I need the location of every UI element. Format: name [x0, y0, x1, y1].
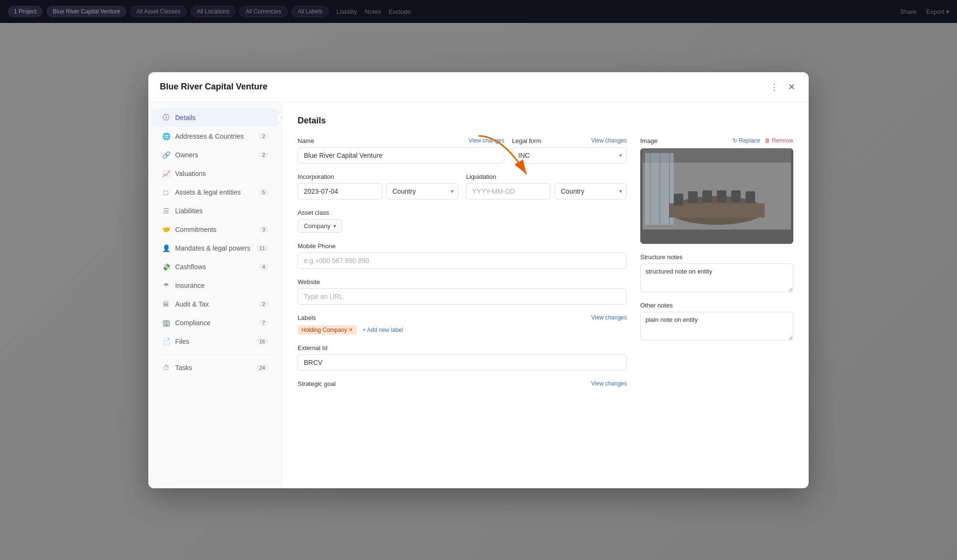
structure-notes-section: Structure notes structured note on entit… — [640, 253, 793, 294]
clock-icon: ⏱ — [162, 363, 170, 372]
sidebar-item-insurance[interactable]: ☂ Insurance — [152, 276, 278, 295]
external-id-input[interactable] — [298, 354, 627, 371]
sidebar-item-label-liabilities: Liabilities — [175, 207, 203, 215]
sidebar-item-addresses-countries[interactable]: 🌐 Addresses & Countries 2 — [152, 127, 278, 145]
sidebar-item-files[interactable]: 📄 Files 16 — [152, 332, 278, 351]
liquidation-fields: Country — [466, 183, 627, 199]
bank-icon: 🏛 — [162, 300, 170, 308]
right-panel: Image ↻ Replace 🗑 Remove — [640, 137, 793, 397]
mobile-phone-label: Mobile Phone — [298, 242, 627, 250]
name-legal-row: Name View changes Legal form View change… — [298, 137, 627, 164]
sidebar-badge-audit-tax: 2 — [259, 301, 268, 307]
incorporation-row: Incorporation Country — [298, 173, 627, 199]
asset-class-label: Asset class — [298, 209, 627, 216]
image-section: Image ↻ Replace 🗑 Remove — [640, 137, 793, 244]
sidebar-item-commitments[interactable]: 🤝 Commitments 3 — [152, 220, 278, 239]
label-tag-remove-icon[interactable]: ✕ — [349, 327, 353, 332]
incorporation-country-select[interactable]: Country — [386, 183, 458, 199]
modal-overlay: Blue River Capital Venture ⋮ ✕ ‹ ⓘ Detai… — [0, 0, 957, 560]
sidebar-item-label-assets-legal: Assets & legal entities — [175, 188, 241, 196]
globe-icon: 🌐 — [162, 132, 170, 141]
labels-area: Holding Company ✕ + Add new label — [298, 325, 627, 335]
replace-image-button[interactable]: ↻ Replace — [733, 137, 760, 144]
incorporation-section: Incorporation Country — [298, 173, 458, 199]
modal-body: ‹ ⓘ Details 🌐 Addresses & Countries 2 🔗 … — [148, 102, 809, 488]
sidebar-badge-files: 16 — [256, 338, 268, 345]
main-content: Details — [282, 102, 809, 488]
modal-header-actions: ⋮ ✕ — [768, 80, 797, 94]
strategic-goal-label: Strategic goal View changes — [298, 380, 627, 387]
website-label: Website — [298, 278, 627, 285]
remove-icon: 🗑 — [765, 137, 770, 144]
legal-form-select-wrapper: INC LLC SA SARL GmbH — [512, 147, 627, 164]
sidebar-item-compliance[interactable]: 🏢 Compliance 7 — [152, 314, 278, 332]
sidebar-badge-mandates: 11 — [256, 245, 268, 252]
mobile-phone-row: Mobile Phone — [298, 242, 627, 269]
sidebar-item-details[interactable]: ⓘ Details — [152, 109, 278, 127]
other-notes-section: Other notes plain note on entity — [640, 302, 793, 342]
sidebar-divider — [156, 354, 274, 355]
legal-form-view-changes-link[interactable]: View changes — [591, 137, 627, 144]
file-icon: 📄 — [162, 337, 170, 346]
other-notes-textarea[interactable]: plain note on entity — [640, 312, 793, 340]
strategic-goal-row: Strategic goal View changes — [298, 380, 627, 387]
name-input[interactable] — [298, 147, 504, 164]
sidebar-item-label-audit-tax: Audit & Tax — [175, 300, 209, 308]
name-field: Name View changes — [298, 137, 504, 164]
sidebar-item-label-insurance: Insurance — [175, 282, 204, 289]
id-card-icon: 👤 — [162, 244, 170, 253]
image-label-row: Image ↻ Replace 🗑 Remove — [640, 137, 793, 144]
modal-title: Blue River Capital Venture — [160, 82, 267, 92]
sidebar-badge-cashflows: 4 — [259, 264, 268, 270]
legal-form-select[interactable]: INC LLC SA SARL GmbH — [512, 147, 627, 164]
liquidation-country-wrapper: Country — [555, 183, 627, 199]
sidebar-item-tasks[interactable]: ⏱ Tasks 24 — [152, 359, 278, 377]
form-section: Name View changes Legal form View change… — [298, 137, 627, 397]
liquidation-section: Liquidation Country — [466, 173, 627, 199]
name-view-changes-link[interactable]: View changes — [469, 137, 505, 144]
building-icon: 🏢 — [162, 318, 170, 327]
handshake-icon: 🤝 — [162, 225, 170, 234]
strategic-goal-view-changes-link[interactable]: View changes — [591, 380, 627, 387]
incorporation-country-wrapper: Country — [386, 183, 458, 199]
sidebar-item-mandates[interactable]: 👤 Mandates & legal powers 11 — [152, 239, 278, 257]
sidebar-item-assets-legal[interactable]: ◻ Assets & legal entities 5 — [152, 183, 278, 201]
sidebar-item-cashflows[interactable]: 💸 Cashflows 4 — [152, 258, 278, 276]
remove-image-button[interactable]: 🗑 Remove — [765, 137, 793, 144]
sidebar-item-label-owners: Owners — [175, 151, 198, 159]
trending-up-icon: 📈 — [162, 169, 170, 178]
section-title: Details — [298, 116, 793, 126]
sidebar-item-label-cashflows: Cashflows — [175, 263, 206, 271]
labels-view-changes-link[interactable]: View changes — [591, 314, 627, 321]
label-tag-holding-company: Holding Company ✕ — [298, 325, 356, 335]
sidebar-badge-compliance: 7 — [259, 319, 268, 326]
incorporation-date-input[interactable] — [298, 183, 382, 199]
sidebar-item-audit-tax[interactable]: 🏛 Audit & Tax 2 — [152, 295, 278, 313]
sidebar-item-valuations[interactable]: 📈 Valuations — [152, 165, 278, 183]
modal-header: Blue River Capital Venture ⋮ ✕ — [148, 72, 809, 102]
sidebar-item-label-details: Details — [175, 114, 196, 121]
sidebar-item-owners[interactable]: 🔗 Owners 2 — [152, 146, 278, 164]
umbrella-icon: ☂ — [162, 281, 170, 290]
external-id-label: External Id — [298, 344, 627, 351]
link-icon: 🔗 — [162, 151, 170, 159]
structure-notes-textarea[interactable]: structured note on entity — [640, 264, 793, 292]
legal-form-label: Legal form View changes — [512, 137, 627, 144]
structure-notes-label: Structure notes — [640, 253, 793, 261]
add-label-button[interactable]: + Add new label — [359, 325, 406, 335]
mobile-phone-input[interactable] — [298, 253, 627, 269]
liquidation-country-select[interactable]: Country — [555, 183, 627, 199]
sidebar-item-liabilities[interactable]: ☰ Liabilities — [152, 202, 278, 220]
incorp-fields: Country — [298, 183, 458, 199]
modal-close-button[interactable]: ✕ — [786, 80, 797, 94]
other-notes-label: Other notes — [640, 302, 793, 309]
website-input[interactable] — [298, 288, 627, 305]
liquidation-label: Liquidation — [466, 173, 627, 180]
asset-class-button[interactable]: Company — [298, 219, 342, 233]
sidebar-badge-addresses-countries: 2 — [259, 133, 268, 140]
modal-more-button[interactable]: ⋮ — [768, 80, 780, 94]
incorporation-label: Incorporation — [298, 173, 458, 180]
labels-row: Labels View changes Holding Company ✕ + … — [298, 314, 627, 335]
liquidation-date-input[interactable] — [466, 183, 551, 199]
name-label: Name View changes — [298, 137, 504, 144]
